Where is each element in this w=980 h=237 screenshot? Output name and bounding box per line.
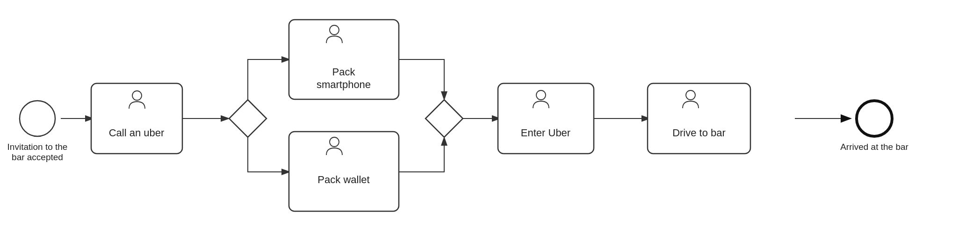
start-event-label: Invitation to the bbox=[7, 142, 68, 152]
end-event-label: Arrived at the bar bbox=[840, 142, 908, 152]
call-uber-label: Call an uber bbox=[109, 127, 165, 139]
pack-smartphone-label: Pack bbox=[332, 66, 356, 78]
pack-wallet-task[interactable] bbox=[289, 132, 399, 211]
start-event-label-2: bar accepted bbox=[12, 152, 63, 162]
call-uber-task[interactable] bbox=[91, 83, 182, 154]
drive-to-bar-label: Drive to bar bbox=[672, 127, 726, 139]
pack-smartphone-label-2: smartphone bbox=[317, 79, 371, 90]
drive-to-bar-task[interactable] bbox=[648, 83, 750, 154]
start-event bbox=[20, 101, 55, 136]
end-event bbox=[857, 101, 892, 136]
enter-uber-label: Enter Uber bbox=[521, 127, 570, 139]
pack-wallet-label: Pack wallet bbox=[317, 174, 369, 185]
